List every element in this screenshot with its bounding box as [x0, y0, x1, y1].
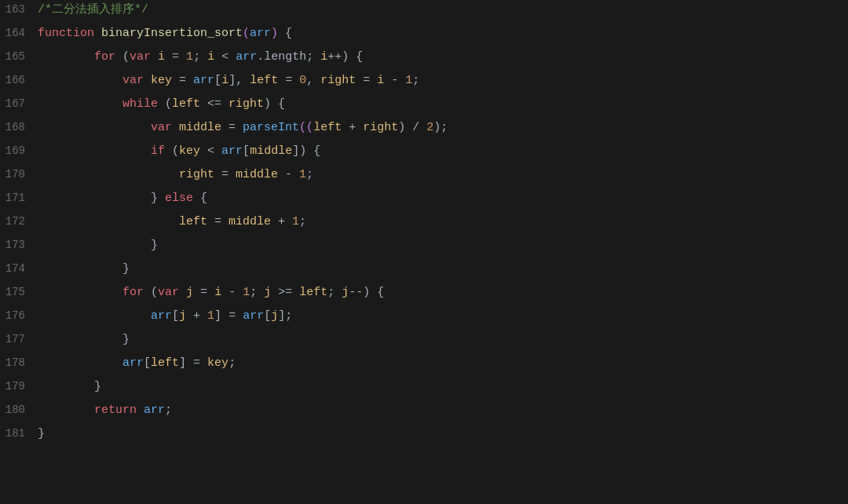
token: }	[122, 333, 130, 346]
token: {	[278, 27, 292, 40]
token: ;	[165, 404, 172, 417]
token: var	[130, 50, 151, 64]
token: [	[172, 309, 179, 323]
line-content: while (left <= right) {	[38, 95, 848, 113]
code-line: 170 right = middle - 1;	[0, 165, 848, 188]
token: 1	[207, 309, 214, 323]
token: <	[200, 144, 221, 158]
token: =	[186, 356, 207, 370]
token: );	[433, 121, 448, 134]
line-number: 173	[0, 237, 38, 254]
token	[94, 27, 101, 40]
token: [	[264, 309, 271, 323]
code-line: 181}	[0, 424, 848, 447]
token	[38, 215, 179, 228]
token	[151, 50, 158, 64]
token	[38, 333, 122, 346]
token	[38, 404, 94, 417]
token: -	[384, 74, 405, 87]
token: arr	[122, 356, 144, 370]
token: +	[271, 215, 292, 228]
token: else	[165, 192, 193, 205]
token	[38, 74, 122, 87]
line-number: 163	[0, 2, 38, 19]
code-line: 173 }	[0, 236, 848, 259]
token: =	[165, 50, 186, 64]
token: =	[207, 215, 228, 228]
line-content: if (key < arr[middle]) {	[38, 142, 848, 160]
line-number: 174	[0, 261, 38, 278]
token: ++) {	[327, 50, 363, 64]
token: [	[214, 74, 221, 87]
token: i	[221, 74, 228, 87]
token: middle	[228, 215, 271, 228]
token	[38, 239, 151, 252]
token: key	[179, 144, 200, 158]
token: =	[278, 74, 299, 87]
token: ) {	[264, 97, 285, 111]
line-content: for (var i = 1; i < arr.length; i++) {	[38, 48, 848, 66]
token	[38, 168, 179, 181]
code-line: 180 return arr;	[0, 400, 848, 424]
token: }	[38, 427, 45, 440]
token: ;	[327, 286, 342, 299]
token: (	[115, 50, 130, 64]
token: }	[122, 262, 130, 276]
line-number: 164	[0, 25, 38, 42]
code-line: 169 if (key < arr[middle]) {	[0, 141, 848, 165]
token	[38, 192, 151, 205]
token	[38, 144, 151, 158]
token: 1	[186, 50, 193, 64]
token: i	[158, 50, 165, 64]
token: ,	[306, 74, 320, 87]
token: left	[172, 97, 200, 111]
token: key	[151, 74, 172, 87]
token: ;	[250, 286, 264, 299]
token: 1	[292, 215, 299, 228]
line-number: 165	[0, 49, 38, 66]
token: return	[94, 404, 137, 417]
token: 1	[243, 286, 250, 299]
code-line: 171 } else {	[0, 188, 848, 212]
token: left	[179, 215, 207, 228]
token: key	[207, 356, 228, 370]
token: =	[172, 74, 193, 87]
token: 1	[299, 168, 306, 181]
token: 1	[405, 74, 412, 87]
code-line: 177 }	[0, 330, 848, 353]
token: ) {	[299, 144, 320, 158]
token: binaryInsertion_sort	[101, 27, 243, 40]
code-line: 167 while (left <= right) {	[0, 94, 848, 118]
code-line: 174 }	[0, 259, 848, 283]
line-content: } else {	[38, 189, 848, 207]
token: +	[342, 121, 363, 134]
token: )	[271, 27, 278, 40]
token: 0	[299, 74, 306, 87]
token: (	[243, 27, 250, 40]
line-number: 175	[0, 284, 38, 301]
token: ;	[299, 215, 306, 228]
line-content: right = middle - 1;	[38, 166, 848, 184]
token: j	[264, 286, 271, 299]
token: middle	[236, 168, 278, 181]
token	[38, 262, 122, 276]
token	[172, 121, 179, 134]
token: .length;	[257, 50, 320, 64]
token: for	[122, 286, 144, 299]
token: ,	[236, 74, 250, 87]
line-content: function binaryInsertion_sort(arr) {	[38, 24, 848, 42]
token: }	[94, 380, 101, 393]
code-line: 163/*二分法插入排序*/	[0, 0, 848, 24]
token: ) /	[398, 121, 426, 134]
token: ;	[193, 50, 207, 64]
line-number: 180	[0, 402, 38, 419]
token	[38, 380, 94, 393]
token	[144, 74, 151, 87]
token: =	[356, 74, 377, 87]
token: -	[278, 168, 299, 181]
token: left	[313, 121, 342, 134]
token: arr	[151, 309, 172, 323]
token: ;	[412, 74, 419, 87]
token	[38, 121, 151, 134]
token: <=	[200, 97, 228, 111]
